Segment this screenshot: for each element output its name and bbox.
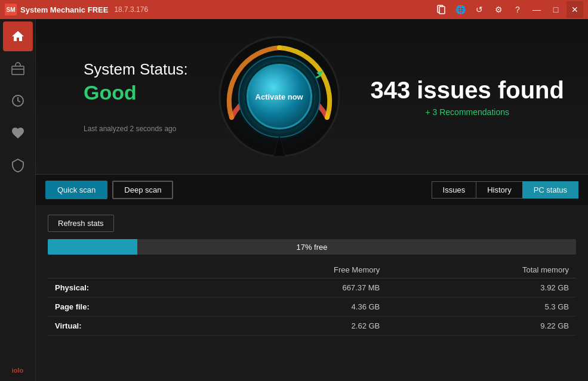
issues-tab[interactable]: Issues [432, 181, 477, 199]
recommendations: + 3 Recommendations [370, 107, 564, 117]
main-layout: iolo System Status: Good Last analyzed 2… [0, 19, 588, 381]
row-total: 5.3 GB [387, 298, 576, 317]
gauge-container: Activate now [214, 31, 345, 162]
row-total: 9.22 GB [387, 317, 576, 336]
stats-section: Refresh stats 17% free Free Memory Total… [36, 205, 588, 381]
undo-icon[interactable]: ↺ [471, 1, 488, 18]
sidebar-bottom: iolo [12, 367, 24, 381]
sidebar-item-security[interactable] [3, 150, 33, 180]
pc-status-tab[interactable]: PC status [522, 181, 578, 199]
app-name: System Mechanic FREE [20, 5, 108, 14]
sidebar: iolo [0, 19, 36, 381]
hero-right: 343 issues found + 3 Recommendations [370, 77, 564, 117]
row-label: Virtual: [48, 317, 199, 336]
col-header-total: Total memory [387, 262, 576, 278]
svg-rect-2 [12, 66, 24, 75]
system-status-label: System Status: [84, 60, 188, 79]
deep-scan-button[interactable]: Deep scan [112, 181, 173, 199]
memory-table: Free Memory Total memory Physical: 667.3… [48, 262, 576, 336]
title-bar: SM System Mechanic FREE 18.7.3.176 🌐 ↺ ⚙… [0, 0, 588, 19]
globe-icon[interactable]: 🌐 [452, 1, 469, 18]
help-icon[interactable]: ? [509, 1, 526, 18]
col-header-free: Free Memory [199, 262, 387, 278]
last-analyzed: Last analyzed 2 seconds ago [84, 125, 188, 133]
memory-bar-container: 17% free [48, 239, 576, 255]
memory-bar-fill [48, 239, 137, 255]
pages-icon[interactable] [433, 1, 450, 18]
gauge-inner: Activate now [247, 64, 312, 129]
brand-logo: iolo [12, 367, 24, 376]
settings-icon[interactable]: ⚙ [490, 1, 507, 18]
window-controls: 🌐 ↺ ⚙ ? — □ ✕ [433, 1, 583, 18]
scan-bar: Quick scan Deep scan Issues History PC s… [36, 174, 588, 205]
table-row: Page file: 4.36 GB 5.3 GB [48, 298, 576, 317]
app-logo: SM [5, 4, 17, 16]
table-row: Virtual: 2.62 GB 9.22 GB [48, 317, 576, 336]
system-status-value: Good [84, 81, 188, 104]
issues-text: 343 issues found [370, 77, 564, 104]
hero-section: System Status: Good Last analyzed 2 seco… [36, 19, 588, 174]
svg-rect-1 [439, 7, 445, 14]
issues-count: 343 issues found [370, 77, 564, 103]
close-button[interactable]: ✕ [567, 1, 583, 18]
quick-scan-button[interactable]: Quick scan [45, 181, 107, 199]
sidebar-item-history[interactable] [3, 86, 33, 116]
history-tab[interactable]: History [476, 181, 522, 199]
row-free: 667.37 MB [199, 278, 387, 298]
row-free: 2.62 GB [199, 317, 387, 336]
row-label: Physical: [48, 278, 199, 298]
table-row: Physical: 667.37 MB 3.92 GB [48, 278, 576, 298]
row-label: Page file: [48, 298, 199, 317]
hero-left: System Status: Good Last analyzed 2 seco… [84, 60, 188, 133]
maximize-button[interactable]: □ [547, 1, 564, 18]
minimize-button[interactable]: — [528, 1, 545, 18]
refresh-stats-button[interactable]: Refresh stats [48, 215, 114, 232]
sidebar-item-health[interactable] [3, 118, 33, 148]
sidebar-item-home[interactable] [3, 21, 33, 51]
app-version: 18.7.3.176 [114, 5, 148, 14]
row-total: 3.92 GB [387, 278, 576, 298]
content-area: System Status: Good Last analyzed 2 seco… [36, 19, 588, 381]
sidebar-item-toolbox[interactable] [3, 54, 33, 83]
row-free: 4.36 GB [199, 298, 387, 317]
tab-group: Issues History PC status [432, 181, 578, 199]
activate-button[interactable]: Activate now [247, 64, 312, 129]
col-header-label [48, 262, 199, 278]
memory-bar-label: 17% free [296, 243, 327, 252]
